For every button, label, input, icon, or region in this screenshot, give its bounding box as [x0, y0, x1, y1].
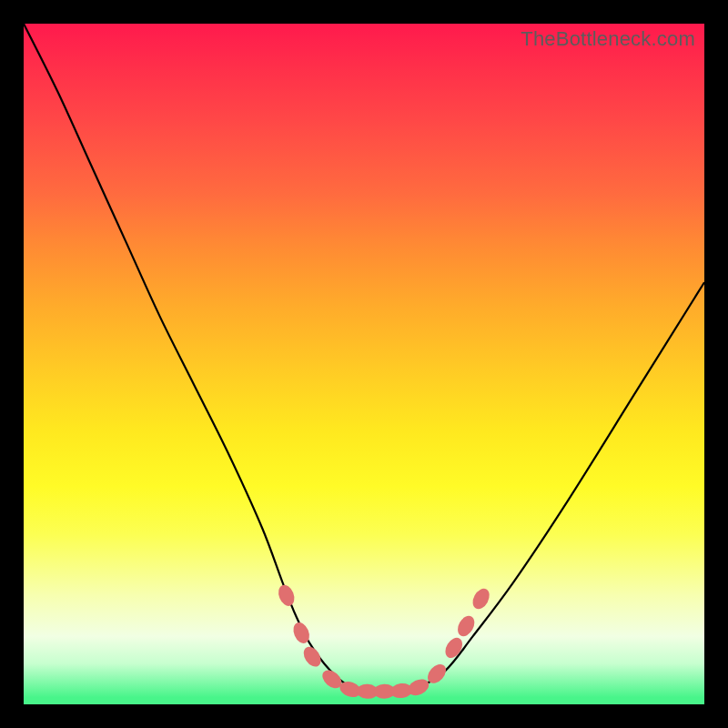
- data-marker: [290, 620, 312, 645]
- chart-plot-area: TheBottleneck.com: [24, 24, 704, 704]
- chart-marker-layer: [24, 24, 704, 704]
- data-marker: [442, 635, 466, 662]
- data-marker: [470, 586, 493, 612]
- data-marker: [300, 643, 325, 670]
- watermark-text: TheBottleneck.com: [521, 27, 695, 51]
- data-marker: [276, 582, 298, 608]
- data-marker: [406, 676, 432, 699]
- data-marker: [454, 613, 478, 640]
- marker-group: [276, 582, 493, 700]
